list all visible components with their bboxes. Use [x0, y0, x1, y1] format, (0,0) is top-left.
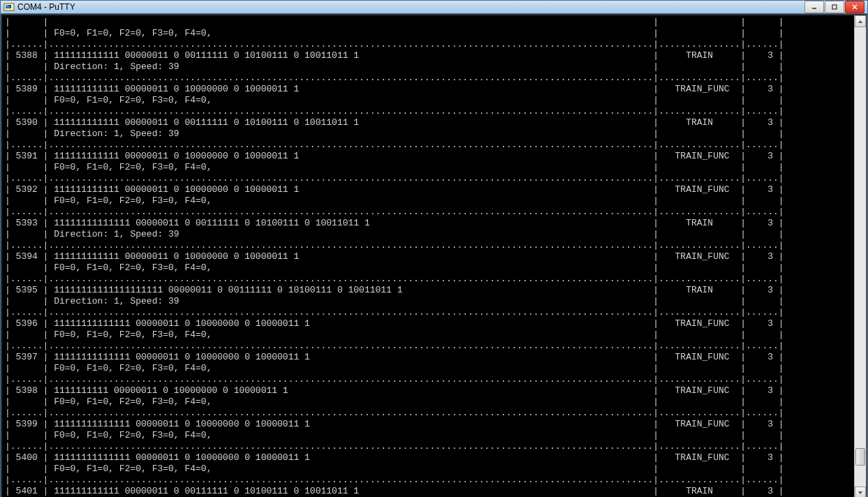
titlebar[interactable]: COM4 - PuTTY	[1, 1, 867, 14]
window-frame: COM4 - PuTTY | |	[0, 0, 868, 497]
window-title: COM4 - PuTTY	[17, 2, 804, 12]
scrollbar[interactable]	[854, 15, 866, 497]
terminal-output[interactable]: | | | | | | | F0=0, F1=0, F2=0, F3=0, F4…	[2, 15, 854, 497]
scroll-thumb[interactable]	[855, 448, 865, 466]
terminal-wrapper: | | | | | | | F0=0, F1=0, F2=0, F3=0, F4…	[1, 14, 867, 497]
close-button[interactable]	[845, 1, 865, 13]
scroll-track[interactable]	[855, 27, 866, 487]
window-controls	[804, 1, 865, 13]
svg-rect-5	[832, 5, 837, 9]
putty-icon	[3, 1, 15, 13]
scroll-down-button[interactable]	[855, 487, 866, 497]
scroll-up-button[interactable]	[855, 15, 866, 27]
maximize-button[interactable]	[825, 1, 844, 13]
svg-marker-8	[858, 20, 862, 23]
minimize-button[interactable]	[804, 1, 824, 13]
svg-marker-9	[858, 491, 862, 494]
